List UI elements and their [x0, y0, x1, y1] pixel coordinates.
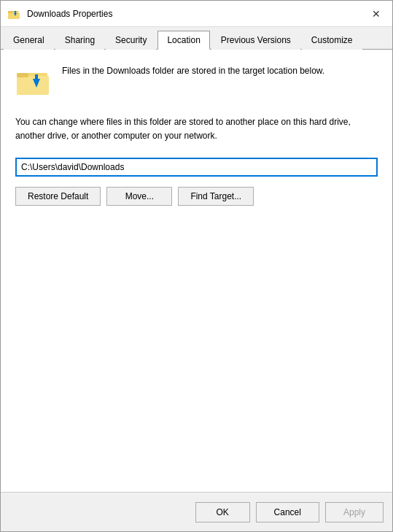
folder-icon — [15, 64, 52, 101]
tab-location[interactable]: Location — [157, 31, 209, 50]
svg-rect-7 — [17, 73, 28, 77]
tab-security[interactable]: Security — [106, 31, 156, 50]
svg-rect-2 — [8, 11, 12, 13]
tab-content: Files in the Downloads folder are stored… — [1, 50, 392, 492]
tab-previous-versions[interactable]: Previous Versions — [211, 31, 300, 50]
tab-customize[interactable]: Customize — [302, 31, 362, 50]
footer: OK Cancel Apply — [1, 492, 392, 531]
tab-general[interactable]: General — [4, 31, 54, 50]
move-button[interactable]: Move... — [106, 187, 172, 206]
svg-rect-1 — [8, 12, 20, 19]
svg-rect-4 — [15, 11, 16, 14]
title-bar-icon — [7, 7, 21, 21]
description-text: You can change where files in this folde… — [15, 115, 378, 143]
cancel-button[interactable]: Cancel — [256, 502, 319, 523]
path-input[interactable] — [15, 158, 378, 177]
title-bar: Downloads Properties ✕ — [1, 1, 392, 27]
title-bar-title: Downloads Properties — [27, 9, 366, 19]
svg-rect-9 — [35, 74, 38, 80]
close-button[interactable]: ✕ — [366, 4, 386, 24]
info-section: Files in the Downloads folder are stored… — [15, 64, 378, 101]
ok-button[interactable]: OK — [195, 502, 250, 523]
info-text: Files in the Downloads folder are stored… — [62, 64, 324, 77]
restore-default-button[interactable]: Restore Default — [15, 187, 101, 206]
find-target-button[interactable]: Find Target... — [178, 187, 254, 206]
apply-button[interactable]: Apply — [325, 502, 384, 523]
window: Downloads Properties ✕ General Sharing S… — [0, 0, 393, 532]
tab-sharing[interactable]: Sharing — [55, 31, 104, 50]
tab-bar: General Sharing Security Location Previo… — [1, 27, 392, 50]
action-buttons: Restore Default Move... Find Target... — [15, 187, 378, 206]
svg-rect-6 — [17, 76, 49, 95]
